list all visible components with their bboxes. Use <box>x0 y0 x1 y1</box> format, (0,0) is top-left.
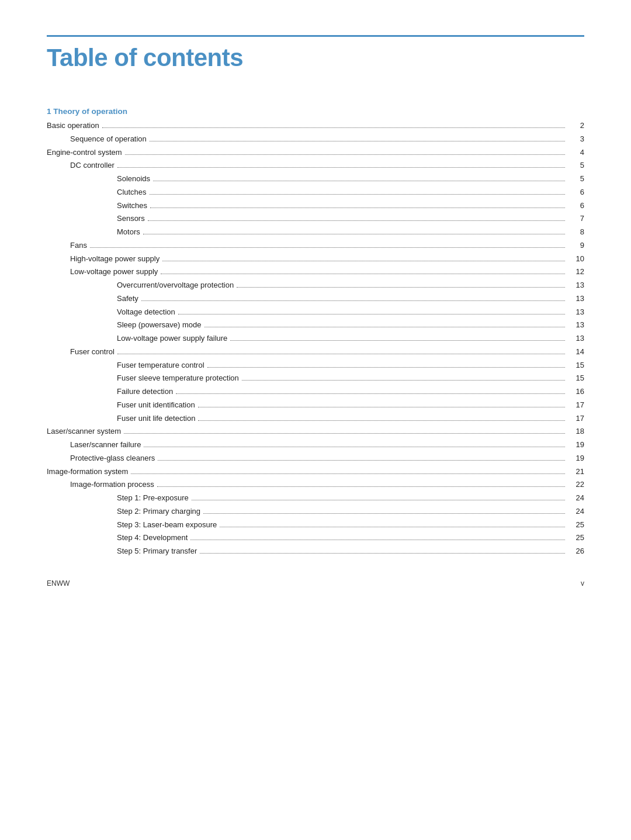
toc-label: Switches <box>117 199 147 213</box>
toc-dots <box>162 261 565 261</box>
toc-label: Step 2: Primary charging <box>117 505 200 518</box>
toc-page: 13 <box>568 292 584 306</box>
toc-label: Basic operation <box>47 119 99 133</box>
toc-entry: Image-formation system21 <box>47 465 584 479</box>
section-heading: 1 Theory of operation <box>47 107 584 116</box>
toc-label: Step 3: Laser-beam exposure <box>117 518 217 532</box>
toc-page: 19 <box>568 438 584 452</box>
toc-label: Voltage detection <box>117 306 175 319</box>
toc-label: Protective-glass cleaners <box>70 452 155 465</box>
toc-entry: High-voltage power supply10 <box>47 253 584 266</box>
toc-label: Fuser unit life detection <box>117 412 195 426</box>
toc-page: 5 <box>568 172 584 186</box>
toc-container: Basic operation2Sequence of operation3En… <box>47 119 584 558</box>
toc-entry: Laser/scanner failure19 <box>47 438 584 452</box>
toc-entry: Fuser sleeve temperature protection15 <box>47 372 584 385</box>
toc-dots <box>204 327 565 327</box>
toc-label: Step 1: Pre-exposure <box>117 492 189 505</box>
toc-page: 14 <box>568 345 584 359</box>
toc-label: Fuser sleeve temperature protection <box>117 372 239 385</box>
toc-page: 3 <box>568 133 584 146</box>
toc-entry: Failure detection16 <box>47 385 584 399</box>
toc-entry: Clutches6 <box>47 186 584 199</box>
toc-entry: Basic operation2 <box>47 119 584 133</box>
toc-dots <box>230 340 565 341</box>
toc-page: 21 <box>568 465 584 479</box>
toc-label: Fuser temperature control <box>117 359 204 372</box>
toc-dots <box>124 433 565 434</box>
toc-entry: Low-voltage power supply failure13 <box>47 332 584 345</box>
toc-page: 25 <box>568 531 584 545</box>
toc-dots <box>143 234 565 234</box>
toc-label: Low-voltage power supply failure <box>117 332 227 345</box>
toc-label: Overcurrent/overvoltage protection <box>117 279 234 292</box>
toc-page: 8 <box>568 226 584 239</box>
toc-dots <box>176 393 565 394</box>
toc-label: Laser/scanner system <box>47 425 121 438</box>
toc-page: 17 <box>568 399 584 412</box>
toc-dots <box>117 167 565 168</box>
toc-dots <box>161 274 565 274</box>
toc-label: Sensors <box>117 212 145 226</box>
toc-label: Low-voltage power supply <box>70 265 158 279</box>
toc-entry: Fuser unit identification17 <box>47 399 584 412</box>
toc-dots <box>190 540 565 540</box>
toc-dots <box>158 460 565 461</box>
toc-dots <box>131 473 565 474</box>
toc-page: 12 <box>568 265 584 279</box>
toc-page: 9 <box>568 239 584 253</box>
toc-dots <box>200 553 565 554</box>
toc-dots <box>242 380 565 381</box>
toc-page: 16 <box>568 385 584 399</box>
toc-page: 26 <box>568 545 584 558</box>
toc-page: 13 <box>568 332 584 345</box>
toc-dots <box>153 181 565 181</box>
toc-dots <box>150 208 565 208</box>
toc-page: 15 <box>568 359 584 372</box>
toc-dots <box>203 513 565 514</box>
toc-page: 6 <box>568 186 584 199</box>
toc-entry: Motors8 <box>47 226 584 239</box>
toc-page: 7 <box>568 212 584 226</box>
toc-dots <box>157 486 565 487</box>
toc-label: High-voltage power supply <box>70 253 160 266</box>
toc-entry: Engine-control system4 <box>47 146 584 160</box>
toc-page: 19 <box>568 452 584 465</box>
toc-entry: Solenoids5 <box>47 172 584 186</box>
toc-label: Sequence of operation <box>70 133 147 146</box>
toc-entry: Step 3: Laser-beam exposure25 <box>47 518 584 532</box>
toc-label: Fuser unit identification <box>117 399 195 412</box>
toc-dots <box>198 420 565 421</box>
toc-entry: Step 1: Pre-exposure24 <box>47 492 584 505</box>
toc-label: Sleep (powersave) mode <box>117 319 202 332</box>
toc-label: Safety <box>117 292 138 306</box>
toc-dots <box>148 220 565 221</box>
toc-label: Clutches <box>117 186 147 199</box>
top-rule <box>47 35 584 37</box>
toc-page: 22 <box>568 478 584 492</box>
toc-label: Engine-control system <box>47 146 122 160</box>
toc-entry: Laser/scanner system18 <box>47 425 584 438</box>
toc-page: 13 <box>568 306 584 319</box>
toc-dots <box>220 527 565 527</box>
toc-label: Failure detection <box>117 385 173 399</box>
toc-entry: Fuser control14 <box>47 345 584 359</box>
toc-label: Image-formation process <box>70 478 154 492</box>
toc-dots <box>198 407 565 407</box>
toc-entry: Low-voltage power supply12 <box>47 265 584 279</box>
toc-label: Step 4: Development <box>117 531 188 545</box>
toc-page: 13 <box>568 319 584 332</box>
toc-page: 4 <box>568 146 584 160</box>
toc-entry: Step 4: Development25 <box>47 531 584 545</box>
toc-page: 24 <box>568 505 584 518</box>
toc-label: DC controller <box>70 159 115 172</box>
toc-label: Fuser control <box>70 345 115 359</box>
toc-entry: Sensors7 <box>47 212 584 226</box>
toc-page: 10 <box>568 253 584 266</box>
toc-dots <box>192 500 565 500</box>
toc-dots <box>150 141 565 141</box>
toc-dots <box>117 354 565 354</box>
toc-entry: Step 2: Primary charging24 <box>47 505 584 518</box>
toc-entry: Overcurrent/overvoltage protection13 <box>47 279 584 292</box>
toc-page: 25 <box>568 518 584 532</box>
